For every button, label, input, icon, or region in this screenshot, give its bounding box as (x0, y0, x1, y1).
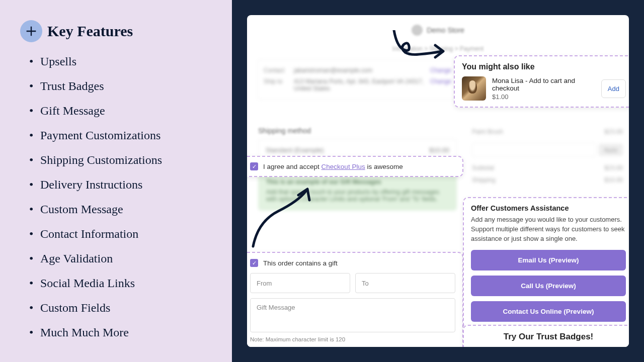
list-item: Gift Message (40, 104, 217, 118)
list-item: Delivery Instructions (40, 178, 217, 192)
agree-text: I agree and accept Checkout Plus is awes… (263, 163, 403, 170)
key-features-title: Key Features (47, 23, 133, 40)
product-image (462, 76, 486, 101)
assist-desc: Add any message you would like to your c… (471, 215, 626, 244)
upsell-box: You might also like Mona Lisa - Add to c… (454, 55, 629, 108)
add-button[interactable]: Add (601, 79, 626, 98)
plus-icon (20, 20, 42, 42)
gift-checkbox[interactable] (250, 259, 258, 267)
list-item: Age Validation (40, 252, 217, 265)
badges-title: Try Our Trust Badges! (471, 332, 626, 342)
trust-badges-box: Try Our Trust Badges! Inc.500 ACCREDITED… (463, 325, 629, 347)
key-features-header: Key Features (20, 20, 217, 42)
assist-title: Offer Customers Assistance (471, 204, 626, 212)
contact-online-button[interactable]: Contact Us Online (Preview) (471, 301, 626, 322)
gift-label: This order contains a gift (263, 259, 338, 267)
features-list: Upsells Trust Badges Gift Message Paymen… (20, 55, 217, 339)
gift-to-field[interactable]: To (355, 273, 455, 293)
list-item: Trust Badges (40, 79, 217, 93)
email-us-button[interactable]: Email Us (Preview) (471, 250, 626, 270)
list-item: Payment Customizations (40, 129, 217, 142)
list-item: Contact Information (40, 227, 217, 241)
product-name: Mona Lisa - Add to cart and checkout (492, 77, 595, 92)
key-features-panel: Key Features Upsells Trust Badges Gift M… (0, 0, 232, 362)
list-item: Custom Message (40, 203, 217, 216)
terms-checkbox-box: I agree and accept Checkout Plus is awes… (247, 156, 463, 177)
list-item: Shipping Customizations (40, 153, 217, 167)
agree-checkbox[interactable] (250, 162, 258, 170)
gift-message-box: This order contains a gift From To Gift … (247, 252, 463, 347)
list-item: Much Much More (40, 326, 217, 339)
list-item: Upsells (40, 55, 217, 68)
call-us-button[interactable]: Call Us (Preview) (471, 276, 626, 296)
gift-note: Note: Maximum character limit is 120 (250, 336, 455, 342)
cart-summary: Paint Brush$23.00 Apply Subtotal$23.00 S… (472, 126, 623, 186)
gift-from-field[interactable]: From (250, 273, 350, 293)
gift-message-field[interactable]: Gift Message (250, 298, 455, 332)
mockup-panel: Demo Store Information > Shipping > Paym… (232, 0, 644, 362)
assistance-box: Offer Customers Assistance Add any messa… (463, 197, 629, 329)
list-item: Social Media Links (40, 277, 217, 290)
checkout-plus-link[interactable]: Checkout Plus (321, 163, 365, 170)
checkout-mockup: Demo Store Information > Shipping > Paym… (247, 15, 629, 347)
upsell-item: Mona Lisa - Add to cart and checkout $1.… (462, 76, 626, 101)
shipping-section-title: Shipping method (258, 127, 457, 135)
curly-arrow-icon (389, 30, 449, 70)
upsell-title: You might also like (462, 62, 626, 71)
product-price: $1.00 (492, 93, 595, 101)
list-item: Custom Fields (40, 301, 217, 315)
arrow-icon (248, 186, 318, 251)
